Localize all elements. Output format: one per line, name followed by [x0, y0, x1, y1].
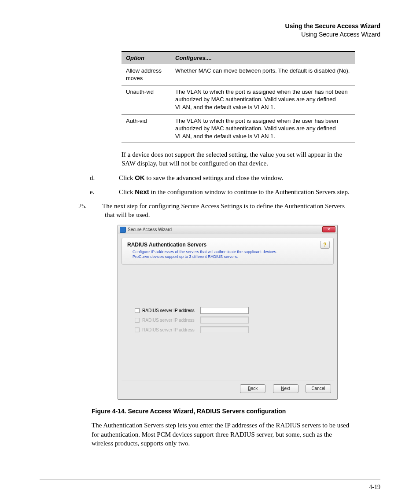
- window-title: Secure Access Wizard: [128, 227, 172, 232]
- step-text-post: to save the advanced settings and close …: [145, 174, 284, 181]
- radius-label: RADIUS server IP address: [142, 327, 200, 332]
- numeric-steps: 25.The next step for configuring Secure …: [92, 202, 355, 220]
- header-subtitle: Using Secure Access Wizard: [40, 30, 380, 39]
- help-icon[interactable]: ?: [320, 241, 330, 249]
- wizard-header-panel: ? RADIUS Authentication Servers Configur…: [122, 238, 334, 265]
- step-bold: OK: [135, 174, 145, 181]
- page-number: 4-19: [369, 484, 380, 491]
- radius-label: RADIUS server IP address: [142, 318, 200, 323]
- table-row: Auth-vid The VLAN to which the port is a…: [122, 114, 355, 143]
- alpha-steps: d.Click OK to save the advanced settings…: [106, 173, 355, 197]
- next-label-rest: ext: [284, 386, 290, 391]
- next-button[interactable]: Next: [273, 384, 298, 393]
- radius-row-1: RADIUS server IP address: [135, 307, 334, 314]
- paragraph: If a device does not support the selecte…: [122, 150, 355, 168]
- step-marker: e.: [106, 188, 119, 196]
- wizard-dialog: Secure Access Wizard ✕ ? RADIUS Authenti…: [118, 225, 338, 400]
- wizard-titlebar[interactable]: Secure Access Wizard ✕: [118, 225, 337, 234]
- close-icon[interactable]: ✕: [322, 226, 335, 232]
- after-figure-paragraph: The Authentication Servers step lets you…: [92, 421, 355, 448]
- checkbox-icon: [135, 318, 140, 323]
- step-text-pre: Click: [119, 174, 135, 181]
- step-marker: d.: [106, 173, 119, 182]
- header-title: Using the Secure Access Wizard: [40, 22, 380, 30]
- cell-desc: The VLAN to which the port is assigned w…: [171, 85, 355, 114]
- wizard-panel-desc: Configure IP addresses of the servers th…: [127, 250, 329, 260]
- radius-label: RADIUS server IP address: [142, 308, 200, 313]
- cell-option: Unauth-vid: [122, 85, 171, 114]
- table-header-configures: Configures....: [171, 52, 355, 64]
- radius-row-2: RADIUS server IP address: [135, 316, 334, 324]
- page-header: Using the Secure Access Wizard Using Sec…: [40, 22, 380, 39]
- radius-ip-input: [200, 316, 249, 324]
- step-25: 25.The next step for configuring Secure …: [92, 202, 355, 220]
- step-d: d.Click OK to save the advanced settings…: [106, 173, 355, 182]
- step-text: The next step for configuring Secure Acc…: [102, 202, 345, 218]
- table-header-option: Option: [122, 52, 171, 64]
- after-table-paragraph: If a device does not support the selecte…: [122, 150, 355, 168]
- back-button[interactable]: Back: [240, 384, 265, 393]
- wizard-footer: Back Next Cancel: [122, 380, 334, 396]
- back-label-rest: ack: [251, 386, 258, 391]
- table-row: Unauth-vid The VLAN to which the port is…: [122, 85, 355, 114]
- wizard-panel-title: RADIUS Authentication Servers: [127, 242, 329, 248]
- figure-caption: Figure 4-14. Secure Access Wizard, RADIU…: [92, 408, 380, 415]
- options-table: Option Configures.... Allow address move…: [122, 51, 355, 143]
- table-row: Allow address moves Whether MAC can move…: [122, 64, 355, 85]
- desc-line1: Configure IP addresses of the servers th…: [133, 250, 277, 254]
- step-e: e.Click Next in the configuration window…: [106, 188, 355, 196]
- cancel-button[interactable]: Cancel: [306, 384, 331, 393]
- app-icon: [120, 227, 126, 233]
- footer-rule: [40, 479, 380, 479]
- checkbox-icon[interactable]: [135, 308, 140, 313]
- cell-desc: Whether MAC can move between ports. The …: [171, 64, 355, 85]
- checkbox-icon: [135, 327, 140, 332]
- cell-desc: The VLAN to which the port is assigned w…: [171, 114, 355, 143]
- desc-line2: ProCurve devices support up to 3 differe…: [133, 254, 238, 259]
- radius-row-3: RADIUS server IP address: [135, 326, 334, 333]
- step-bold: Next: [135, 188, 149, 195]
- wizard-body: RADIUS server IP address RADIUS server I…: [122, 266, 334, 380]
- cell-option: Allow address moves: [122, 64, 171, 85]
- step-text-pre: Click: [119, 188, 135, 195]
- step-marker: 25.: [92, 202, 102, 210]
- cell-option: Auth-vid: [122, 114, 171, 143]
- radius-ip-input: [200, 326, 249, 333]
- radius-ip-input[interactable]: [200, 307, 249, 314]
- step-text-post: in the configuration window to continue …: [149, 188, 350, 195]
